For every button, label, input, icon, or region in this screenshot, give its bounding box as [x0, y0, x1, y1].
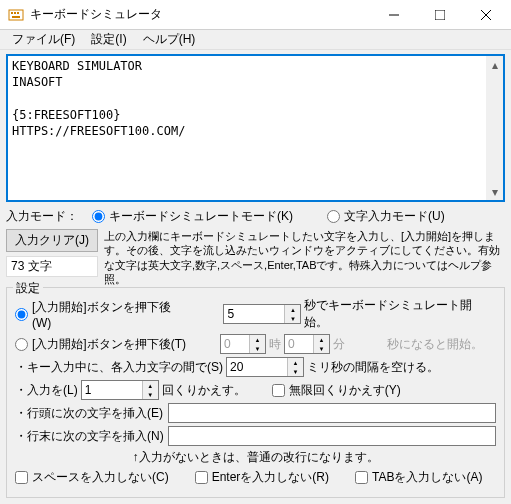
spin-down-icon[interactable]: ▼: [250, 344, 265, 353]
line-head-label: ・行頭に次の文字を挿入(E): [15, 405, 165, 422]
clear-input-button[interactable]: 入力クリア(J): [6, 229, 98, 252]
no-tab-label: TABを入力しない(A): [372, 469, 482, 486]
settings-group-title: 設定: [13, 280, 43, 297]
svg-rect-2: [14, 12, 16, 14]
start-after-sec-radio[interactable]: [入力開始]ボタンを押下後(W): [15, 299, 190, 330]
minute-input[interactable]: [285, 335, 313, 353]
mode-keyboard-radio[interactable]: キーボードシミュレートモード(K): [92, 208, 293, 225]
start-seconds-input[interactable]: [224, 305, 284, 323]
infinite-repeat-checkbox[interactable]: 無限回くりかえす(Y): [272, 382, 401, 399]
spin-up-icon[interactable]: ▲: [285, 305, 300, 314]
menu-help[interactable]: ヘルプ(H): [135, 29, 204, 50]
spin-down-icon[interactable]: ▼: [288, 367, 303, 376]
no-enter-label: Enterを入力しない(R): [212, 469, 329, 486]
hour-spinner[interactable]: ▲▼: [220, 334, 266, 354]
hour-unit: 時: [269, 336, 281, 353]
spin-up-icon[interactable]: ▲: [143, 381, 158, 390]
key-interval-input[interactable]: [227, 358, 287, 376]
minimize-button[interactable]: [371, 0, 417, 30]
line-end-input[interactable]: [168, 426, 496, 446]
menu-settings[interactable]: 設定(I): [83, 29, 134, 50]
repeat-spinner[interactable]: ▲▼: [81, 380, 159, 400]
mode-label: 入力モード：: [6, 208, 78, 225]
line-end-label: ・行末に次の文字を挿入(N): [15, 428, 165, 445]
insert-hint: ↑入力がないときは、普通の改行になります。: [15, 449, 496, 466]
spin-down-icon[interactable]: ▼: [285, 314, 300, 323]
infinite-repeat-label: 無限回くりかえす(Y): [289, 382, 401, 399]
scroll-up-icon[interactable]: ▴: [486, 56, 503, 73]
spin-up-icon[interactable]: ▲: [250, 335, 265, 344]
svg-rect-6: [435, 10, 445, 20]
key-interval-suffix: ミリ秒の間隔を空ける。: [307, 359, 439, 376]
start-seconds-suffix: 秒でキーボードシミュレート開始。: [304, 297, 496, 331]
scrollbar[interactable]: ▴ ▾: [486, 56, 503, 200]
no-tab-checkbox[interactable]: TABを入力しない(A): [355, 469, 482, 486]
no-enter-checkbox[interactable]: Enterを入力しない(R): [195, 469, 329, 486]
svg-rect-3: [17, 12, 19, 14]
input-textarea[interactable]: [8, 56, 486, 200]
start-after-time-label: [入力開始]ボタンを押下後(T): [32, 336, 186, 353]
scroll-down-icon[interactable]: ▾: [486, 183, 503, 200]
key-interval-spinner[interactable]: ▲▼: [226, 357, 304, 377]
svg-rect-4: [12, 16, 20, 18]
no-space-checkbox[interactable]: スペースを入力しない(C): [15, 469, 169, 486]
repeat-input[interactable]: [82, 381, 142, 399]
minute-spinner[interactable]: ▲▼: [284, 334, 330, 354]
hour-input[interactable]: [221, 335, 249, 353]
repeat-label: ・入力を(L): [15, 382, 78, 399]
spin-up-icon[interactable]: ▲: [314, 335, 329, 344]
svg-rect-0: [9, 10, 23, 20]
mode-keyboard-label: キーボードシミュレートモード(K): [109, 208, 293, 225]
mode-text-label: 文字入力モード(U): [344, 208, 445, 225]
time-suffix: 秒になると開始。: [387, 336, 483, 353]
spin-up-icon[interactable]: ▲: [288, 358, 303, 367]
window-title: キーボードシミュレータ: [30, 6, 371, 23]
menu-file[interactable]: ファイル(F): [4, 29, 83, 50]
svg-rect-1: [11, 12, 13, 14]
close-button[interactable]: [463, 0, 509, 30]
key-interval-label: ・キー入力中に、各入力文字の間で(S): [15, 359, 223, 376]
line-head-input[interactable]: [168, 403, 496, 423]
repeat-suffix: 回くりかえす。: [162, 382, 246, 399]
start-after-time-radio[interactable]: [入力開始]ボタンを押下後(T): [15, 336, 186, 353]
mode-text-radio[interactable]: 文字入力モード(U): [327, 208, 445, 225]
spin-down-icon[interactable]: ▼: [143, 390, 158, 399]
instruction-text: 上の入力欄にキーボードシミュレートしたい文字を入力し、[入力開始]を押します。そ…: [104, 229, 505, 286]
start-seconds-spinner[interactable]: ▲▼: [223, 304, 301, 324]
start-after-sec-label: [入力開始]ボタンを押下後(W): [32, 299, 190, 330]
minute-unit: 分: [333, 336, 345, 353]
no-space-label: スペースを入力しない(C): [32, 469, 169, 486]
app-icon: [8, 7, 24, 23]
char-count: 73 文字: [6, 256, 98, 277]
spin-down-icon[interactable]: ▼: [314, 344, 329, 353]
maximize-button[interactable]: [417, 0, 463, 30]
